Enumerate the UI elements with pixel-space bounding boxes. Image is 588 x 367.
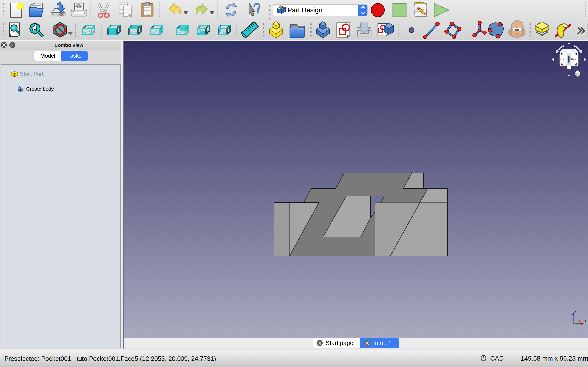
svg-text:x: x bbox=[569, 69, 570, 72]
svg-text:Front: Front bbox=[561, 58, 566, 60]
svg-text:Right: Right bbox=[571, 58, 577, 60]
svg-text:X: X bbox=[584, 319, 586, 323]
svg-text:Z: Z bbox=[574, 310, 576, 314]
svg-text:Part Design: Part Design bbox=[288, 6, 322, 14]
svg-text:z: z bbox=[558, 50, 559, 53]
svg-text:Y: Y bbox=[578, 319, 581, 323]
